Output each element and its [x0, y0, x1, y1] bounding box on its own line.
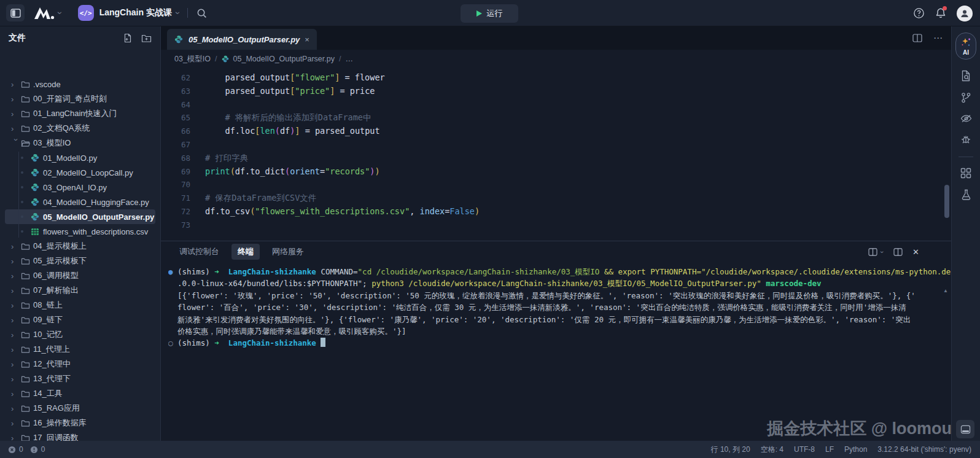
tree-item-12_代理中[interactable]: ›12_代理中: [5, 357, 155, 371]
line-number: 63: [161, 85, 190, 98]
code-editor[interactable]: 62 parsed_output["flower"] = flower63 pa…: [161, 68, 951, 241]
search-icon[interactable]: [196, 8, 207, 18]
code-line-65[interactable]: 65 # 将解析后的输出添加到DataFrame中: [161, 111, 951, 125]
code-line-63[interactable]: 63 parsed_output["price"] = price: [161, 85, 951, 98]
help-icon[interactable]: [913, 7, 925, 19]
terminal-scroll-arrow-icon[interactable]: ▲: [943, 288, 948, 293]
code-line-72[interactable]: 72df.to_csv("flowers_with_descriptions.c…: [161, 205, 951, 219]
tree-item-04_提示模板上[interactable]: ›04_提示模板上: [5, 239, 155, 254]
preview-eye-icon[interactable]: [955, 114, 976, 123]
panel-layout-icon[interactable]: [893, 248, 903, 256]
tab-terminal[interactable]: 终端: [231, 244, 260, 260]
status-item-5[interactable]: Python: [844, 445, 867, 454]
run-button[interactable]: 运行: [461, 4, 518, 23]
code-line-62[interactable]: 62 parsed_output["flower"] = flower: [161, 71, 951, 85]
tree-item-03_OpenAI_IO.py[interactable]: 03_OpenAI_IO.py: [5, 180, 155, 195]
tree-item-05_ModelIO_OutputParser.py[interactable]: 05_ModelIO_OutputParser.py: [5, 209, 155, 224]
breadcrumb-folder[interactable]: 03_模型IO: [174, 54, 211, 64]
code-line-67[interactable]: 67: [161, 138, 951, 152]
split-editor-icon[interactable]: [912, 34, 922, 42]
tree-item-13_代理下[interactable]: ›13_代理下: [5, 371, 155, 386]
tree-item-01_ModelIO.py[interactable]: 01_ModelIO.py: [5, 150, 155, 165]
line-number: 62: [161, 71, 190, 85]
chevron-right-icon: ›: [11, 316, 21, 324]
code-line-64[interactable]: 64: [161, 98, 951, 112]
folder-icon: [21, 80, 33, 88]
tree-item-02_ModelIO_LoopCall.py[interactable]: 02_ModelIO_LoopCall.py: [5, 165, 155, 180]
breadcrumb-symbol[interactable]: …: [345, 55, 353, 63]
breadcrumb-file[interactable]: 05_ModelIO_OutputParser.py: [233, 55, 335, 63]
new-folder-icon[interactable]: [141, 34, 152, 43]
tree-item-09_链下[interactable]: ›09_链下: [5, 312, 155, 327]
debug-bug-icon[interactable]: [955, 134, 976, 145]
tree-item-00_开篇词_奇点时刻[interactable]: ›00_开篇词_奇点时刻: [5, 91, 155, 106]
tree-item-label: 16_操作数据库: [33, 417, 87, 429]
tree-item-14_工具[interactable]: ›14_工具: [5, 386, 155, 401]
problems-indicator[interactable]: 0 0: [0, 445, 49, 454]
code-line-70[interactable]: 70: [161, 178, 951, 192]
topbar-divider: [187, 8, 188, 18]
code-line-68[interactable]: 68# 打印字典: [161, 152, 951, 165]
marscode-logo-icon[interactable]: [33, 6, 55, 20]
tree-item-11_代理上[interactable]: ›11_代理上: [5, 342, 155, 357]
tree-item-label: 02_文档QA系统: [33, 123, 90, 134]
tree-item-.vscode[interactable]: ›.vscode: [5, 77, 155, 91]
tree-item-10_记忆[interactable]: ›10_记忆: [5, 327, 155, 342]
folder-icon: [21, 390, 33, 398]
activity-bar: AI: [951, 26, 980, 441]
project-name[interactable]: LangChain 实战课: [99, 7, 172, 18]
indent-guide: [18, 152, 19, 238]
terminal[interactable]: ● (shims) ➜ LangChain-shizhanke COMMAND=…: [161, 262, 951, 349]
code-line-73[interactable]: 73: [161, 219, 951, 232]
user-avatar[interactable]: [957, 6, 973, 21]
source-control-icon[interactable]: [955, 92, 976, 103]
editor-scrollbar[interactable]: [944, 185, 949, 218]
notifications-bell-icon[interactable]: [935, 7, 946, 19]
status-item-1[interactable]: 行 10, 列 20: [711, 444, 750, 455]
folderopen-icon: [21, 139, 33, 147]
file-status-dot-icon: [21, 230, 31, 233]
tree-item-04_ModelIO_HuggingFace.py[interactable]: 04_ModelIO_HuggingFace.py: [5, 195, 155, 209]
tab-debug-console[interactable]: 调试控制台: [173, 244, 225, 260]
file-search-icon[interactable]: [955, 70, 976, 82]
split-chevron-icon[interactable]: ›: [879, 250, 886, 253]
sidebar-toggle-icon[interactable]: [6, 4, 25, 21]
tab-close-icon[interactable]: ×: [305, 35, 309, 44]
extensions-grid-icon[interactable]: [955, 168, 976, 179]
file-status-dot-icon: [21, 157, 31, 159]
tree-item-08_链上[interactable]: ›08_链上: [5, 298, 155, 312]
folder-icon: [21, 375, 33, 383]
tree-item-17_回调函数[interactable]: ›17_回调函数: [5, 430, 155, 441]
status-item-4[interactable]: LF: [825, 445, 834, 454]
folder-icon: [21, 125, 33, 133]
panel-toggle-icon[interactable]: [956, 420, 974, 438]
tree-item-03_模型IO[interactable]: ›03_模型IO: [5, 136, 155, 150]
status-item-6[interactable]: 3.12.2 64-bit ('shims': pyenv): [877, 445, 971, 454]
status-item-3[interactable]: UTF-8: [794, 445, 815, 454]
editor-tab-active[interactable]: 05_ModelIO_OutputParser.py ×: [167, 29, 317, 50]
code-line-69[interactable]: 69print(df.to_dict(orient="records")): [161, 165, 951, 179]
tree-item-01_LangChain快速入门[interactable]: ›01_LangChain快速入门: [5, 106, 155, 121]
logo-chevron-icon[interactable]: ›: [56, 12, 64, 15]
line-number: 71: [161, 192, 190, 205]
new-file-icon[interactable]: [123, 33, 133, 43]
tree-item-06_调用模型[interactable]: ›06_调用模型: [5, 268, 155, 283]
tree-item-02_文档QA系统[interactable]: ›02_文档QA系统: [5, 121, 155, 136]
folder-icon: [21, 243, 33, 250]
close-panel-icon[interactable]: ✕: [912, 247, 919, 257]
status-item-2[interactable]: 空格: 4: [761, 444, 784, 455]
tab-network-service[interactable]: 网络服务: [266, 244, 310, 260]
ai-assistant-icon[interactable]: AI: [955, 33, 976, 60]
tree-item-07_解析输出[interactable]: ›07_解析输出: [5, 283, 155, 298]
test-flask-icon[interactable]: [955, 189, 976, 200]
code-line-71[interactable]: 71# 保存DataFrame到CSV文件: [161, 192, 951, 205]
editor-area: 05_ModelIO_OutputParser.py × ⋯ 03_模型IO /…: [161, 26, 951, 441]
more-actions-icon[interactable]: ⋯: [933, 33, 943, 44]
tree-item-15_RAG应用[interactable]: ›15_RAG应用: [5, 401, 155, 416]
code-line-66[interactable]: 66 df.loc[len(df)] = parsed_output: [161, 125, 951, 138]
project-chevron-icon[interactable]: ›: [174, 12, 182, 15]
split-terminal-icon[interactable]: [868, 248, 877, 256]
tree-item-16_操作数据库[interactable]: ›16_操作数据库: [5, 416, 155, 430]
tree-item-05_提示模板下[interactable]: ›05_提示模板下: [5, 254, 155, 268]
tree-item-flowers_with_descriptions.csv[interactable]: flowers_with_descriptions.csv: [5, 224, 155, 239]
